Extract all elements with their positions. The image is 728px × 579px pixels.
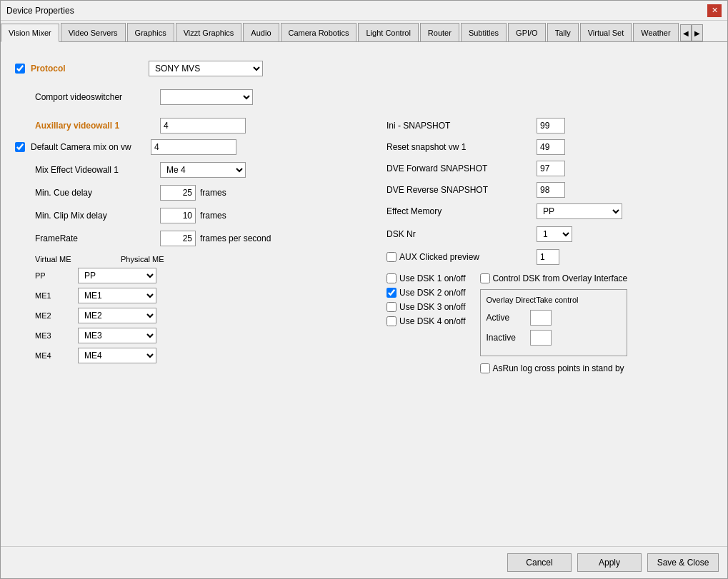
min-cue-delay-suffix: frames — [200, 188, 226, 198]
asrun-row: AsRun log cross points in stand by — [480, 363, 628, 373]
tab-graphics[interactable]: Graphics — [127, 23, 174, 41]
mix-effect-select[interactable]: Me 4 PP Me 1 Me 2 Me 3 — [160, 162, 246, 178]
window-title: Device Properties — [6, 6, 74, 16]
me-virtual-me2: ME2 — [35, 311, 78, 320]
dsk-section: Use DSK 1 on/off Use DSK 2 on/off Use DS… — [387, 273, 713, 373]
virtual-me-section: Virtual ME Physical ME PP PPME1ME2ME3ME4… — [35, 255, 365, 363]
me-virtual-me4: ME4 — [35, 351, 78, 360]
dve-reverse-label: DVE Reverse SNAPSHOT — [387, 185, 537, 195]
dsk-nr-label: DSK Nr — [387, 229, 537, 239]
control-dsk-checkbox[interactable] — [480, 273, 490, 283]
me-row-me4: ME4 ME4PPME1ME2ME3 — [35, 348, 365, 363]
default-camera-label: Default Camera mix on vw — [31, 142, 151, 152]
dve-reverse-input[interactable] — [537, 182, 565, 198]
tab-video-servers[interactable]: Video Servers — [61, 23, 126, 41]
tab-vizzt-graphics[interactable]: Vizzt Graphics — [176, 23, 242, 41]
aux-clicked-preview-checkbox[interactable] — [387, 252, 397, 262]
dsk4-label: Use DSK 4 on/off — [399, 316, 466, 326]
tab-router[interactable]: Router — [420, 23, 459, 41]
tab-camera-robotics[interactable]: Camera Robotics — [281, 23, 357, 41]
tab-bar: Vision Mixer Video Servers Graphics Vizz… — [1, 21, 727, 42]
default-camera-checkbox[interactable] — [15, 142, 25, 152]
overlay-inactive-input[interactable] — [530, 330, 552, 346]
dve-forward-input[interactable] — [537, 161, 565, 176]
dsk4-row: Use DSK 4 on/off — [387, 316, 466, 326]
dsk3-label: Use DSK 3 on/off — [399, 302, 466, 312]
aux-clicked-preview-input[interactable] — [537, 249, 559, 265]
dsk-nr-row: DSK Nr 1234 — [387, 226, 713, 242]
effect-memory-select[interactable]: PP — [537, 203, 622, 219]
save-close-button[interactable]: Save & Close — [647, 553, 719, 572]
protocol-row: Protocol SONY MVS — [15, 61, 713, 76]
me-row-pp: PP PPME1ME2ME3ME4 — [35, 268, 365, 283]
cancel-button[interactable]: Cancel — [507, 553, 572, 572]
dsk-checkboxes: Use DSK 1 on/off Use DSK 2 on/off Use DS… — [387, 273, 466, 373]
dsk-nr-select[interactable]: 1234 — [537, 226, 572, 242]
dsk1-checkbox[interactable] — [387, 273, 397, 283]
dsk3-checkbox[interactable] — [387, 302, 397, 312]
dsk1-label: Use DSK 1 on/off — [399, 273, 466, 283]
dsk2-label: Use DSK 2 on/off — [399, 288, 466, 298]
ini-snapshot-input[interactable] — [537, 118, 565, 134]
me-virtual-me3: ME3 — [35, 331, 78, 340]
dsk2-row: Use DSK 2 on/off — [387, 288, 466, 298]
close-button[interactable]: ✕ — [707, 4, 722, 17]
tab-vision-mixer[interactable]: Vision Mixer — [1, 24, 59, 42]
me-physical-me1-select[interactable]: ME1PPME2ME3ME4 — [78, 288, 156, 303]
comport-label: Comport videoswitcher — [35, 92, 160, 102]
min-clip-mix-delay-input[interactable] — [160, 208, 196, 223]
overlay-active-row: Active — [487, 310, 622, 326]
framerate-row: FrameRate frames per second — [35, 231, 365, 246]
tab-subtitles[interactable]: Subtitles — [461, 23, 507, 41]
me-physical-me4-select[interactable]: ME4PPME1ME2ME3 — [78, 348, 156, 363]
tab-nav-right[interactable]: ▶ — [692, 24, 703, 41]
reset-snapshot-row: Reset snapshot vw 1 — [387, 139, 713, 155]
control-dsk-label: Control DSK from Overlay Interface — [493, 273, 628, 283]
auxiliary-input[interactable] — [160, 118, 246, 134]
me-physical-pp-select[interactable]: PPME1ME2ME3ME4 — [78, 268, 156, 283]
tab-tally[interactable]: Tally — [547, 23, 579, 41]
tab-weather[interactable]: Weather — [633, 23, 678, 41]
tab-gpio[interactable]: GPI/O — [508, 23, 546, 41]
default-camera-row: Default Camera mix on vw — [15, 139, 365, 155]
overlay-active-input[interactable] — [530, 310, 552, 326]
default-camera-input[interactable] — [151, 139, 236, 155]
comport-select[interactable] — [160, 89, 253, 105]
min-cue-delay-label: Min. Cue delay — [35, 188, 160, 198]
reset-snapshot-input[interactable] — [537, 139, 565, 155]
dsk2-checkbox[interactable] — [387, 288, 397, 298]
mix-effect-label: Mix Effect Videowall 1 — [35, 165, 160, 175]
dsk1-row: Use DSK 1 on/off — [387, 273, 466, 283]
dve-forward-row: DVE Forward SNAPSHOT — [387, 161, 713, 176]
min-cue-delay-input[interactable] — [160, 185, 196, 201]
reset-snapshot-label: Reset snapshot vw 1 — [387, 142, 537, 152]
tab-virtual-set[interactable]: Virtual Set — [580, 23, 632, 41]
tab-nav-left[interactable]: ◀ — [680, 24, 692, 41]
asrun-label: AsRun log cross points in stand by — [493, 363, 624, 373]
control-dsk-panel: Control DSK from Overlay Interface Overl… — [480, 273, 628, 373]
apply-button[interactable]: Apply — [577, 553, 642, 572]
auxiliary-row: Auxillary videowall 1 — [35, 118, 365, 134]
footer: Cancel Apply Save & Close — [1, 546, 727, 578]
comport-row: Comport videoswitcher — [35, 89, 713, 105]
auxiliary-label: Auxillary videowall 1 — [35, 121, 160, 131]
me-physical-me3-select[interactable]: ME3PPME1ME2ME4 — [78, 328, 156, 343]
protocol-label: Protocol — [31, 64, 149, 74]
tab-audio[interactable]: Audio — [243, 23, 279, 41]
min-clip-mix-delay-row: Min. Clip Mix delay frames — [35, 208, 365, 223]
me-virtual-me1: ME1 — [35, 291, 78, 300]
protocol-select[interactable]: SONY MVS — [149, 61, 263, 76]
asrun-checkbox[interactable] — [480, 363, 490, 373]
ini-snapshot-row: Ini - SNAPSHOT — [387, 118, 713, 134]
mix-effect-row: Mix Effect Videowall 1 Me 4 PP Me 1 Me 2… — [35, 162, 365, 178]
framerate-suffix: frames per second — [200, 233, 271, 243]
framerate-input[interactable] — [160, 231, 196, 246]
ini-snapshot-label: Ini - SNAPSHOT — [387, 121, 537, 131]
protocol-checkbox[interactable] — [15, 64, 25, 74]
dsk4-checkbox[interactable] — [387, 316, 397, 326]
device-properties-window: Device Properties ✕ Vision Mixer Video S… — [0, 0, 728, 579]
me-physical-me2-select[interactable]: ME2PPME1ME3ME4 — [78, 308, 156, 323]
physical-me-header: Physical ME — [121, 255, 164, 263]
overlay-inactive-row: Inactive — [487, 330, 622, 346]
tab-light-control[interactable]: Light Control — [358, 23, 418, 41]
